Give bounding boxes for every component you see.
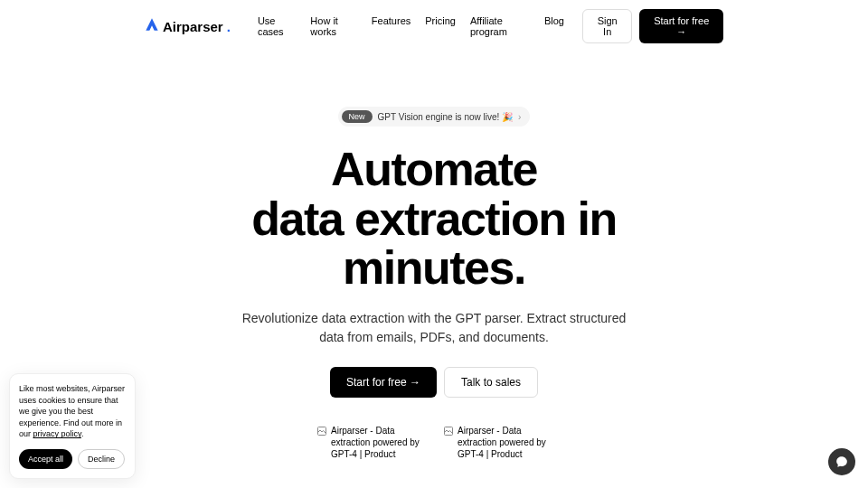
hero-title: Automate data extraction in minutes. [36,145,832,293]
logo-text: Airparser [163,19,223,34]
cookie-buttons: Accept all Decline [19,449,126,469]
product-image-2[interactable]: Airparser - Data extraction powered by G… [443,425,552,460]
start-free-button-header[interactable]: Start for free → [639,9,723,43]
nav-affiliate[interactable]: Affiliate program [470,15,530,37]
start-free-button-hero[interactable]: Start for free → [330,367,437,398]
nav-how-it-works[interactable]: How it works [310,15,357,37]
header: Airparser. Use cases How it works Featur… [0,0,868,52]
talk-to-sales-button[interactable]: Talk to sales [444,367,538,398]
privacy-policy-link[interactable]: privacy policy [33,429,81,438]
nav-pricing[interactable]: Pricing [425,15,456,37]
header-actions: Sign In Start for free → [582,9,723,43]
cookie-banner: Like most websites, Airparser uses cooki… [9,373,136,479]
title-line-3: minutes. [343,241,525,294]
hero-subtitle: Revolutionize data extraction with the G… [235,309,633,347]
logo-icon [145,17,159,36]
chat-icon [835,455,848,468]
title-line-1: Automate [331,143,537,195]
cookie-decline-button[interactable]: Decline [78,449,125,469]
logo[interactable]: Airparser. [145,17,231,36]
cookie-text: Like most websites, Airparser uses cooki… [19,383,126,440]
cookie-accept-button[interactable]: Accept all [19,449,72,469]
nav-features[interactable]: Features [372,15,410,37]
chat-widget-button[interactable] [828,448,855,475]
badge-text: GPT Vision engine is now live! 🎉 [378,112,513,122]
sign-in-button[interactable]: Sign In [582,9,632,43]
cookie-text-suffix: . [81,429,84,438]
nav: Use cases How it works Features Pricing … [258,15,564,37]
image-alt-2: Airparser - Data extraction powered by G… [458,425,552,460]
image-alt-1: Airparser - Data extraction powered by G… [331,425,425,460]
broken-image-icon [443,426,454,436]
badge-new-label: New [342,110,373,123]
hero-cta-group: Start for free → Talk to sales [36,367,832,398]
chevron-right-icon: › [518,112,521,122]
logo-dot: . [227,19,231,34]
image-strip: Airparser - Data extraction powered by G… [36,425,832,460]
title-line-2: data extraction in [251,192,617,245]
product-image-1[interactable]: Airparser - Data extraction powered by G… [316,425,425,460]
nav-blog[interactable]: Blog [544,15,564,37]
announcement-badge[interactable]: New GPT Vision engine is now live! 🎉 › [338,107,531,127]
broken-image-icon [316,426,327,436]
nav-use-cases[interactable]: Use cases [258,15,296,37]
